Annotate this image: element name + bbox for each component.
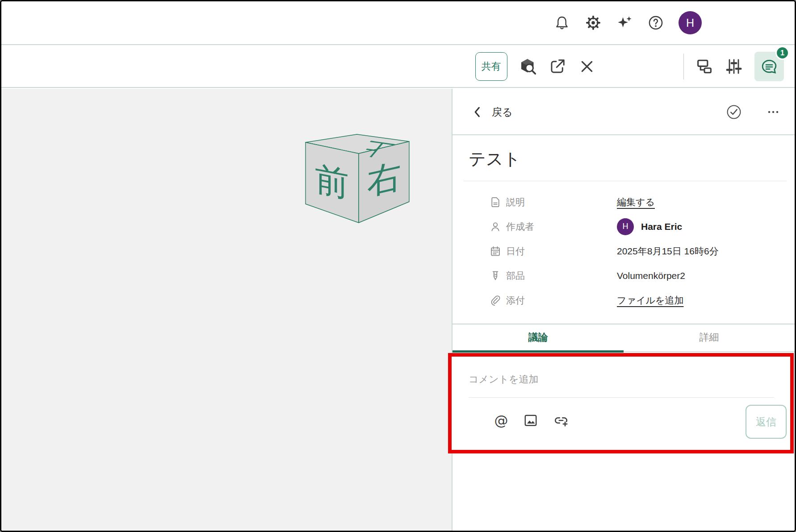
more-options-icon[interactable] [765, 104, 781, 120]
cube-face-front-label: 前 [315, 159, 349, 204]
calendar-icon [490, 245, 501, 257]
tab-details[interactable]: 詳細 [624, 324, 795, 350]
display-settings-sliders-icon[interactable] [725, 58, 743, 75]
back-button[interactable]: 戻る [472, 89, 513, 135]
document-icon [490, 196, 501, 208]
ai-sparkles-icon[interactable] [616, 14, 633, 31]
structure-tree-icon[interactable] [695, 58, 713, 75]
notifications-bell-icon[interactable] [553, 14, 570, 31]
settings-gear-icon[interactable] [585, 14, 602, 31]
comment-count-badge: 1 [775, 46, 789, 60]
comments-panel-toggle[interactable]: 1 [754, 52, 784, 81]
date-value: 2025年8月15日 16時6分 [617, 245, 719, 258]
field-row-description: 説明 編集する [452, 190, 795, 214]
field-row-part: 部品 Volumenkörper2 [452, 263, 795, 288]
creator-name: Hara Eric [641, 221, 682, 232]
panel-header: 戻る [452, 89, 795, 135]
field-row-creator: 作成者 H Hara Eric [452, 214, 795, 239]
task-panel: 戻る テスト [452, 89, 795, 531]
edit-description-link[interactable]: 編集する [617, 196, 655, 208]
field-label: 部品 [506, 270, 525, 282]
bolt-icon [490, 270, 501, 282]
mention-at-icon[interactable]: @ [494, 413, 509, 428]
title-divider [463, 181, 787, 181]
view-search-cube-icon[interactable] [519, 58, 537, 75]
share-button[interactable]: 共有 [475, 52, 507, 81]
chevron-left-icon [472, 106, 482, 118]
field-row-attachment: 添付 ファイルを追加 [452, 288, 795, 312]
add-file-link[interactable]: ファイルを追加 [617, 294, 683, 307]
user-avatar[interactable]: H [679, 11, 702, 34]
insert-image-icon[interactable] [523, 413, 538, 428]
inactive-tab-baseline [624, 351, 795, 352]
document-toolbar: 共有 [1, 46, 795, 88]
reply-button[interactable]: 返信 [746, 405, 787, 439]
paperclip-icon [490, 295, 501, 306]
back-label: 戻る [492, 105, 513, 119]
field-label: 説明 [506, 196, 525, 208]
panel-tabs: 議論 詳細 [452, 324, 795, 350]
annotation-highlight-rectangle: コメントを追加 @ [448, 353, 794, 453]
model-viewport[interactable]: 前 右 上 [1, 89, 452, 531]
task-title: テスト [469, 148, 521, 170]
part-value: Volumenkörper2 [617, 270, 685, 281]
person-icon [490, 221, 501, 233]
field-label: 添付 [506, 294, 525, 307]
toolbar-divider [683, 54, 684, 79]
add-link-icon[interactable] [553, 413, 569, 428]
creator-avatar: H [617, 218, 634, 235]
main-content: 前 右 上 戻る [1, 89, 795, 531]
comment-input[interactable]: コメントを追加 [469, 373, 539, 386]
view-cube[interactable]: 前 右 上 [303, 133, 411, 231]
open-in-new-icon[interactable] [549, 58, 566, 75]
resolve-check-icon[interactable] [726, 104, 742, 120]
task-title-block: テスト [452, 136, 795, 181]
field-row-date: 日付 2025年8月15日 16時6分 [452, 239, 795, 263]
app-window: H 共有 [0, 0, 796, 532]
close-icon[interactable] [578, 58, 596, 75]
field-label: 作成者 [506, 220, 534, 233]
comment-divider [469, 397, 774, 398]
help-icon[interactable] [647, 14, 664, 31]
top-bar: H [1, 1, 795, 45]
task-fields: 説明 編集する 作成者 H Hara Eric [452, 182, 795, 312]
field-label: 日付 [506, 245, 525, 258]
tab-discussion[interactable]: 議論 [452, 324, 624, 350]
cube-face-right-label: 右 [367, 156, 401, 201]
active-tab-underline [452, 350, 624, 353]
creator-value: H Hara Eric [617, 218, 682, 235]
